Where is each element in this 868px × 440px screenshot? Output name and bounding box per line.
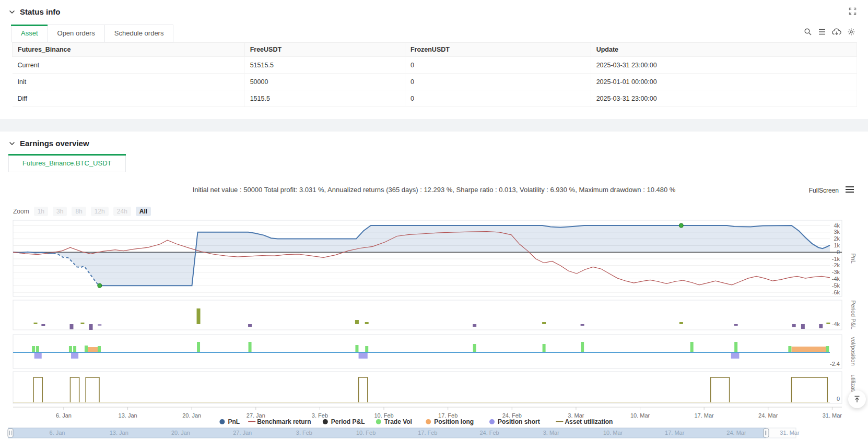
svg-text:-4k: -4k [832, 321, 840, 327]
legend-item[interactable]: Trade Vol [376, 418, 412, 425]
position-short-bar [359, 352, 368, 359]
svg-text:Position long: Position long [434, 418, 474, 425]
legend-item[interactable]: Asset utilization [556, 418, 613, 425]
svg-text:0: 0 [837, 249, 840, 255]
trade-vol-bar [826, 346, 829, 352]
svg-text:Asset utilization: Asset utilization [565, 418, 613, 425]
trade-vol-bar [197, 342, 200, 352]
row-init-label: Init [13, 74, 245, 90]
legend-item[interactable]: PnL [219, 418, 240, 425]
svg-text:17. Mar: 17. Mar [665, 430, 685, 436]
trade-vol-bar [249, 342, 252, 352]
collapse-chevron-icon[interactable] [8, 8, 16, 16]
tab-futures-binance-btc-usdt[interactable]: Futures_Binance.BTC_USDT [8, 154, 126, 172]
svg-text:Benchmark return: Benchmark return [257, 418, 311, 425]
row-current-link[interactable]: Current [13, 57, 245, 74]
row-diff-label: Diff [13, 90, 245, 107]
svg-text:-1k: -1k [832, 256, 840, 262]
trade-vol-bar [36, 346, 39, 352]
earnings-stats: Initial net value : 50000 Total profit: … [53, 186, 815, 194]
svg-text:10. Mar: 10. Mar [630, 412, 650, 419]
tab-schedule-orders[interactable]: Schedule orders [104, 25, 174, 42]
diff-free: 1515.5 [244, 90, 405, 107]
init-frozen: 0 [405, 74, 591, 90]
menu-icon[interactable] [818, 28, 826, 36]
zoom-all-button[interactable]: All [136, 207, 151, 216]
collapse-chevron-icon[interactable] [8, 140, 16, 147]
status-section-title: Status info [20, 7, 61, 16]
tab-asset[interactable]: Asset [11, 25, 48, 42]
svg-text:vol/position: vol/position [850, 337, 857, 365]
svg-text:24. Mar: 24. Mar [726, 430, 746, 436]
earnings-chart: 4k3k2k1k0-1k-2k-3k-4k-5k-6k-4k-2.40PnLPe… [0, 218, 868, 440]
trade-vol-bar [69, 346, 72, 352]
svg-text:31. Mar: 31. Mar [780, 430, 800, 436]
svg-text:20. Jan: 20. Jan [171, 430, 190, 436]
svg-text:Trade Vol: Trade Vol [384, 418, 412, 425]
current-frozen: 0 [405, 57, 591, 74]
col-frozenusdt: FrozenUSDT [405, 43, 591, 57]
svg-text:13. Jan: 13. Jan [119, 412, 137, 419]
expand-corners-icon[interactable] [849, 7, 857, 17]
navigator[interactable]: 6. Jan13. Jan20. Jan27. Jan3. Feb10. Feb… [8, 428, 800, 438]
cloud-download-icon[interactable] [832, 28, 841, 36]
legend-item[interactable]: Position short [489, 418, 540, 425]
trade-vol-bar [690, 342, 694, 352]
chart-legend: PnLBenchmark returnPeriod P&LTrade VolPo… [219, 418, 613, 425]
svg-text:24. Feb: 24. Feb [479, 430, 499, 436]
axis-titles: PnLPeriod P&Lvol/positionutilizatio... [850, 253, 857, 400]
svg-text:Period P&L: Period P&L [331, 418, 365, 425]
svg-text:1k: 1k [834, 242, 840, 248]
fullscreen-button[interactable]: FullScreen [809, 187, 839, 194]
trade-vol-bar [581, 342, 584, 352]
svg-text:24. Mar: 24. Mar [758, 412, 778, 419]
back-to-top-button[interactable] [848, 390, 866, 408]
svg-text:4k: 4k [834, 222, 840, 229]
table-row: Diff 1515.5 0 2025-03-31 23:00:00 [13, 90, 857, 107]
position-short-bar [34, 352, 42, 359]
svg-text:-2.4: -2.4 [830, 361, 840, 367]
zoom-8h-button: 8h [72, 207, 86, 216]
legend-item[interactable]: Position long [426, 418, 474, 425]
svg-text:13. Jan: 13. Jan [110, 430, 128, 436]
position-long-bar [87, 347, 98, 352]
svg-text:27. Jan: 27. Jan [233, 430, 252, 436]
svg-text:-5k: -5k [832, 282, 840, 289]
trade-vol-bar [543, 344, 546, 352]
search-icon[interactable] [804, 28, 812, 36]
trade-vol-bar [85, 346, 88, 352]
table-header-row: Futures_Binance FreeUSDT FrozenUSDT Upda… [13, 43, 857, 57]
zoom-range-selector: Zoom 1h 3h 8h 12h 24h All [13, 207, 868, 216]
table-row: Init 50000 0 2025-01-01 00:00:00 [13, 74, 857, 90]
current-free: 51515.5 [244, 57, 405, 74]
svg-text:PnL: PnL [850, 253, 857, 264]
pnl-marker [98, 283, 102, 288]
position-long-bar [791, 347, 826, 352]
position-short-bar [71, 352, 78, 359]
zoom-24h-button: 24h [113, 207, 131, 216]
svg-text:PnL: PnL [228, 418, 240, 425]
trade-vol-bar [734, 342, 737, 352]
svg-text:3. Feb: 3. Feb [296, 430, 312, 436]
status-info-section: Status info Asset Open orders Schedule o… [0, 0, 868, 107]
legend-item[interactable]: Benchmark return [248, 418, 311, 425]
navigator-left-handle[interactable] [8, 429, 13, 437]
init-update: 2025-01-01 00:00:00 [591, 74, 857, 90]
trade-vol-bar [473, 344, 476, 352]
col-futures-binance: Futures_Binance [13, 43, 245, 57]
trade-vol-bar [32, 346, 35, 352]
svg-text:10. Mar: 10. Mar [603, 430, 623, 436]
navigator-right-handle[interactable] [764, 429, 769, 437]
legend-item[interactable]: Period P&L [323, 418, 365, 425]
asset-table: Futures_Binance FreeUSDT FrozenUSDT Upda… [12, 42, 857, 107]
status-tabs: Asset Open orders Schedule orders [11, 25, 173, 42]
earnings-chart-svg: 4k3k2k1k0-1k-2k-3k-4k-5k-6k-4k-2.40PnLPe… [0, 218, 868, 439]
table-toolbar [804, 28, 855, 36]
tab-open-orders[interactable]: Open orders [48, 25, 105, 42]
earnings-section-title: Earnings overview [20, 139, 89, 148]
svg-text:Position short: Position short [498, 418, 540, 425]
svg-text:3. Mar: 3. Mar [543, 430, 560, 436]
diff-frozen: 0 [405, 90, 591, 107]
chart-menu-icon[interactable] [845, 186, 854, 195]
settings-gear-icon[interactable] [847, 28, 855, 36]
